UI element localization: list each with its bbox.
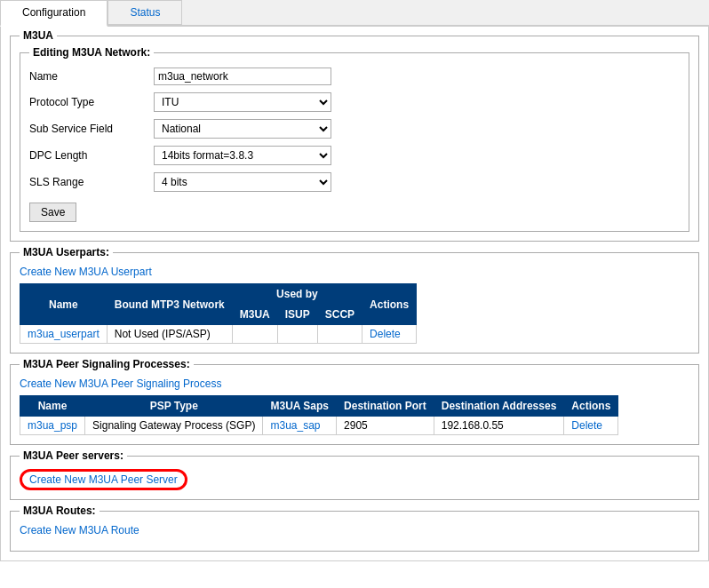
sls-label: SLS Range — [29, 176, 154, 188]
peer-servers-title: M3UA Peer servers: — [20, 449, 127, 462]
psp-delete-link[interactable]: Delete — [571, 419, 602, 432]
tabs-container: Configuration Status — [0, 0, 709, 27]
create-userpart-link[interactable]: Create New M3UA Userpart — [20, 266, 689, 278]
userparts-th-sccp: SCCP — [317, 305, 362, 325]
tab-configuration[interactable]: Configuration — [0, 0, 108, 27]
peer-servers-section: M3UA Peer servers: Create New M3UA Peer … — [10, 456, 699, 500]
table-row: m3ua_psp Signaling Gateway Process (SGP)… — [20, 417, 618, 435]
userparts-section: M3UA Userparts: Create New M3UA Userpart… — [10, 252, 699, 354]
sub-service-label: Sub Service Field — [29, 123, 154, 135]
userparts-th-m3ua: M3UA — [232, 305, 277, 325]
peer-signaling-title: M3UA Peer Signaling Processes: — [20, 358, 194, 370]
sls-row: SLS Range 4 bits 8 bits — [29, 172, 680, 192]
userparts-th-bound-mtp3: Bound MTP3 Network — [107, 284, 232, 325]
userparts-title: M3UA Userparts: — [20, 246, 113, 258]
userparts-table: Name Bound MTP3 Network Used by Actions … — [20, 283, 417, 344]
name-label: Name — [29, 70, 154, 83]
editing-m3ua-box: Editing M3UA Network: Name Protocol Type… — [20, 52, 689, 232]
routes-title: M3UA Routes: — [20, 505, 100, 517]
highlight-circle: Create New M3UA Peer Server — [20, 469, 187, 490]
psp-dest-addr: 192.168.0.55 — [434, 417, 564, 435]
sub-service-row: Sub Service Field National International — [29, 119, 680, 139]
userparts-th-used-by: Used by — [232, 284, 362, 305]
userparts-th-name: Name — [20, 284, 108, 325]
tab-status[interactable]: Status — [108, 0, 182, 25]
name-input[interactable] — [154, 68, 331, 85]
create-peer-server-link[interactable]: Create New M3UA Peer Server — [29, 473, 178, 486]
dpc-row: DPC Length 14bits format=3.8.3 24bits — [29, 146, 680, 165]
routes-section: M3UA Routes: Create New M3UA Route — [10, 511, 699, 552]
editing-m3ua-title: Editing M3UA Network: — [29, 46, 154, 59]
psp-th-dest-port: Destination Port — [337, 396, 434, 417]
m3ua-section: M3UA Editing M3UA Network: Name Protocol… — [10, 36, 699, 242]
protocol-select[interactable]: ITU ANSI — [154, 92, 331, 112]
psp-type: Signaling Gateway Process (SGP) — [85, 417, 263, 435]
psp-name-link[interactable]: m3ua_psp — [28, 419, 77, 432]
psp-th-name: Name — [20, 396, 85, 417]
psp-th-type: PSP Type — [85, 396, 263, 417]
userparts-th-isup: ISUP — [277, 305, 317, 325]
psp-th-dest-addr: Destination Addresses — [434, 396, 564, 417]
dpc-label: DPC Length — [29, 149, 154, 162]
userpart-bound-mtp3: Not Used (IPS/ASP) — [107, 325, 232, 344]
m3ua-section-title: M3UA — [20, 29, 57, 42]
psp-dest-port: 2905 — [337, 417, 434, 435]
sls-select[interactable]: 4 bits 8 bits — [154, 172, 331, 192]
psp-th-actions: Actions — [564, 396, 618, 417]
userpart-sccp — [317, 325, 362, 344]
name-row: Name — [29, 68, 680, 85]
main-content: M3UA Editing M3UA Network: Name Protocol… — [0, 27, 709, 561]
psp-sap-link[interactable]: m3ua_sap — [270, 419, 320, 432]
userparts-th-actions: Actions — [362, 284, 417, 325]
psp-th-m3ua-saps: M3UA Saps — [263, 396, 337, 417]
dpc-select[interactable]: 14bits format=3.8.3 24bits — [154, 146, 331, 165]
create-peer-signaling-link[interactable]: Create New M3UA Peer Signaling Process — [20, 377, 689, 390]
save-button[interactable]: Save — [29, 203, 76, 222]
peer-signaling-table: Name PSP Type M3UA Saps Destination Port… — [20, 395, 618, 435]
protocol-row: Protocol Type ITU ANSI — [29, 92, 680, 112]
sub-service-select[interactable]: National International — [154, 119, 331, 139]
userpart-isup — [277, 325, 317, 344]
protocol-label: Protocol Type — [29, 96, 154, 108]
userpart-delete-link[interactable]: Delete — [370, 328, 401, 340]
userpart-m3ua — [232, 325, 277, 344]
table-row: m3ua_userpart Not Used (IPS/ASP) Delete — [20, 325, 417, 344]
create-route-link[interactable]: Create New M3UA Route — [20, 524, 689, 536]
userpart-name-link[interactable]: m3ua_userpart — [28, 328, 100, 340]
peer-signaling-section: M3UA Peer Signaling Processes: Create Ne… — [10, 364, 699, 445]
